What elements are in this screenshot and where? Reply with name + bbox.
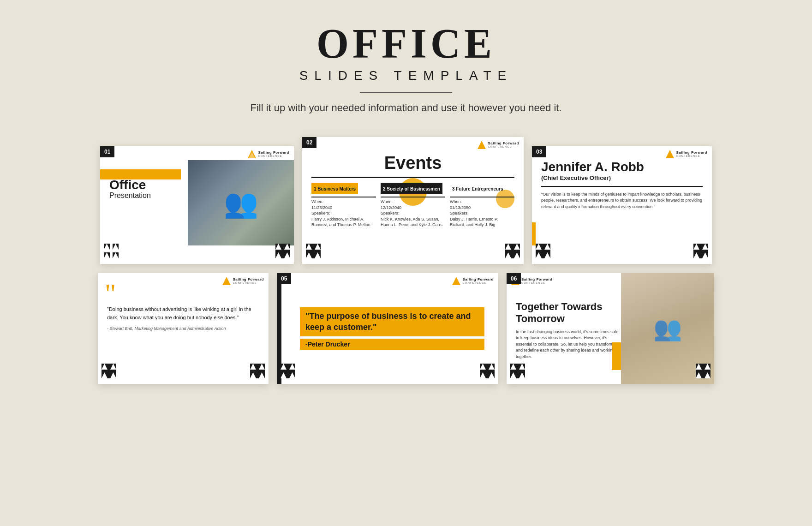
event-2-speakers: Nick K. Knowles, Ada S. Susan, Hanna L. … xyxy=(381,216,445,228)
slide-06-content: Sailing Forward CONFERENCE Together Towa… xyxy=(507,273,714,384)
slide-01: Sailing Forward CONFERENCE Office Presen… xyxy=(100,146,294,264)
event-3-underline xyxy=(450,197,514,197)
slide-01-titles: Office Presentation xyxy=(109,179,285,200)
svg-marker-37 xyxy=(222,277,231,285)
slide-05-wrapper[interactable]: 05 Sailing Forward CONFERENCE xyxy=(277,273,498,384)
people-photo xyxy=(188,160,294,245)
slide-06: Sailing Forward CONFERENCE Together Towa… xyxy=(507,273,714,384)
slide-05-logo: Sailing Forward CONFERENCE xyxy=(452,277,494,285)
event-3-label: 3 Future Entrepreneurs xyxy=(452,186,503,191)
svg-marker-15 xyxy=(478,141,486,149)
event-1-when-label: When: xyxy=(311,199,376,205)
event-2-label: 2 Society of Businessmen xyxy=(383,186,440,191)
slide-05-logo-name: Sailing Forward xyxy=(462,278,494,281)
slide-06-yellow-accent xyxy=(612,342,621,370)
logo-icon-5 xyxy=(452,277,460,285)
slide-02-bottom-right-icon xyxy=(505,244,520,260)
svg-marker-48 xyxy=(452,277,460,285)
slide-06-heading: Together Towards Tomorrow xyxy=(516,301,620,325)
slide-03-logo-sub: CONFERENCE xyxy=(676,155,707,157)
slide-04-logo-sub: CONFERENCE xyxy=(233,281,264,284)
slide-01-logo: Sailing Forward CONFERENCE xyxy=(248,150,289,158)
slide-04-logo-name: Sailing Forward xyxy=(233,278,264,281)
slide-01-logo-name: Sailing Forward xyxy=(258,151,289,155)
slide-05: Sailing Forward CONFERENCE "The purpose … xyxy=(277,273,498,384)
slide-04-content: Sailing Forward CONFERENCE " "Doing busi… xyxy=(98,273,269,384)
logo-icon-4 xyxy=(222,277,231,285)
event-2-underline xyxy=(381,197,445,197)
slide-04-wrapper[interactable]: 04 Sailing Forward CONFERENCE " "Doi xyxy=(98,273,269,384)
event-3-speakers: Daisy J. Harris, Ernesto P. Richard, and… xyxy=(450,216,514,228)
page-wrapper: OFFICE SLIDES TEMPLATE Fill it up with y… xyxy=(0,0,812,526)
slide-01-main-title: Office xyxy=(109,179,285,191)
event-2: 2 Society of Businessmen When: 12/12/204… xyxy=(381,183,445,228)
quote-mark-icon: " xyxy=(105,282,116,305)
slide-03-logo-name: Sailing Forward xyxy=(676,151,707,155)
slides-row-2: 04 Sailing Forward CONFERENCE " "Doi xyxy=(0,269,812,398)
event-2-when-label: When: xyxy=(381,199,445,205)
header-divider xyxy=(360,92,452,93)
event-2-when: 12/12/2040 xyxy=(381,205,445,211)
slide-03-quote: "Our vision is to keep the minds of geni… xyxy=(541,191,703,210)
page-subtitle: SLIDES TEMPLATE xyxy=(0,68,812,83)
slide-04-attribution: - Stewart Britt, Marketing Management an… xyxy=(107,326,259,331)
events-grid: 1 Business Matters When: 11/23/2040 Spea… xyxy=(311,183,514,228)
slide-06-wrapper[interactable]: 06 Sailing Forward CONFERENCE Tog xyxy=(507,273,714,384)
svg-marker-26 xyxy=(666,150,674,158)
slide-05-bottom-right-icon xyxy=(480,364,495,380)
slide-01-number: 01 xyxy=(100,146,114,157)
slide-03-yellow-bar xyxy=(532,222,536,245)
event-1-label: 1 Business Matters xyxy=(314,186,356,191)
slide-06-number: 06 xyxy=(507,273,521,284)
logo-icon-3 xyxy=(666,150,674,158)
slide-05-logo-sub: CONFERENCE xyxy=(462,281,494,284)
slide-01-content: Sailing Forward CONFERENCE Office Presen… xyxy=(100,146,294,264)
slide-03-bottom-left-icon xyxy=(536,244,550,260)
event-3: 3 Future Entrepreneurs When: 01/13/2050 … xyxy=(450,183,514,228)
slide-03-bottom-right-icon xyxy=(693,244,708,260)
slide-06-bottom-right-icon xyxy=(696,364,710,380)
slide-02: Sailing Forward CONFERENCE Events 1 Busi… xyxy=(302,137,524,264)
event-1-underline xyxy=(311,197,376,197)
slide-04: Sailing Forward CONFERENCE " "Doing busi… xyxy=(98,273,269,384)
slide-02-logo-sub: CONFERENCE xyxy=(488,145,519,148)
slide-06-bottom-left-icon xyxy=(510,364,525,380)
slide-05-quote-block: "The purpose of business is to create an… xyxy=(300,307,484,336)
slide-01-bottom-right-icon xyxy=(275,244,290,260)
slide-06-body: In the fast-changing business world, it'… xyxy=(516,329,620,360)
slide-04-quote-text: "Doing business without advertising is l… xyxy=(107,305,259,322)
slide-01-photo xyxy=(188,160,294,245)
slide-04-bottom-right-icon xyxy=(250,364,265,380)
slide-03-name: Jennifer A. Robb xyxy=(541,160,703,174)
slide-05-bottom-left-icon xyxy=(281,364,295,380)
event-2-label-bg: 2 Society of Businessmen xyxy=(381,183,442,194)
slide-02-content: Sailing Forward CONFERENCE Events 1 Busi… xyxy=(302,137,524,264)
slide-04-bottom-left-icon xyxy=(102,364,116,380)
event-1-speakers: Harry J. Atkinson, Michael A. Ramirez, a… xyxy=(311,216,376,228)
slide-01-logo-sub: CONFERENCE xyxy=(258,155,289,157)
event-1-when: 11/23/2040 xyxy=(311,205,376,211)
logo-icon-2 xyxy=(478,141,486,149)
event-1-speakers-label: Speakers: xyxy=(311,210,376,216)
slide-02-bottom-left-icon xyxy=(306,244,321,260)
slide-05-number: 05 xyxy=(277,273,291,284)
slides-row-1: 01 Sailing Forward CONFERENCE xyxy=(0,123,812,269)
slide-03-wrapper[interactable]: 03 Sailing Forward CONFERENCE Jennifer A… xyxy=(532,146,712,264)
slide-04-logo: Sailing Forward CONFERENCE xyxy=(222,277,264,285)
slide-05-quote-text: "The purpose of business is to create an… xyxy=(305,311,479,333)
logo-icon xyxy=(248,150,256,158)
event-3-speakers-label: Speakers: xyxy=(450,210,514,216)
slide-01-sub-title: Presentation xyxy=(109,191,285,200)
slide-03-role: (Chief Executive Officer) xyxy=(541,174,703,181)
slide-02-logo-name: Sailing Forward xyxy=(488,142,519,145)
event-3-label-bg: 3 Future Entrepreneurs xyxy=(450,183,506,194)
event-3-when: 01/13/2050 xyxy=(450,205,514,211)
slide-06-logo-sub: CONFERENCE xyxy=(521,281,553,284)
page-title: OFFICE xyxy=(0,23,812,65)
slide-03-content: Sailing Forward CONFERENCE Jennifer A. R… xyxy=(532,146,712,219)
slide-01-wrapper[interactable]: 01 Sailing Forward CONFERENCE xyxy=(100,146,294,264)
slide-02-wrapper[interactable]: 02 Sailing Forward CONFERENCE Events xyxy=(302,137,524,264)
slide-03-divider xyxy=(541,186,703,187)
event-1-label-bg: 1 Business Matters xyxy=(311,183,358,194)
event-3-when-label: When: xyxy=(450,199,514,205)
